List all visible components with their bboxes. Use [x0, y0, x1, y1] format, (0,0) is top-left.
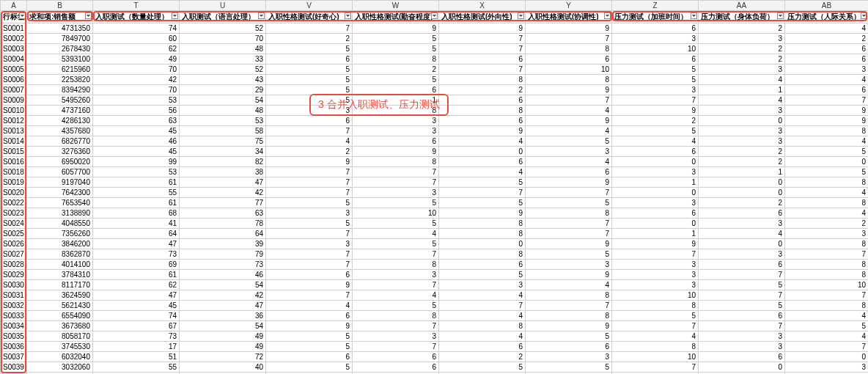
- table-row[interactable]: S0019919704061477759108: [1, 177, 869, 188]
- cell[interactable]: 55: [93, 188, 180, 198]
- cell[interactable]: 8: [353, 260, 439, 270]
- cell[interactable]: 6: [266, 54, 353, 65]
- cell[interactable]: 56: [93, 106, 180, 116]
- cell[interactable]: 0: [612, 219, 699, 229]
- cell[interactable]: 43: [180, 75, 266, 85]
- cell[interactable]: 67: [93, 321, 180, 331]
- cell[interactable]: 7: [439, 44, 526, 54]
- cell[interactable]: 9: [266, 280, 353, 290]
- cell[interactable]: 7: [612, 321, 699, 331]
- cell[interactable]: 69: [93, 260, 180, 270]
- cell[interactable]: 0: [439, 147, 526, 157]
- cell[interactable]: 6: [439, 116, 526, 126]
- cell[interactable]: 3: [526, 260, 612, 270]
- cell[interactable]: 9: [526, 239, 612, 249]
- cell[interactable]: 9: [526, 23, 612, 34]
- cell[interactable]: 82: [180, 157, 266, 167]
- cell[interactable]: 7: [439, 301, 526, 311]
- filter-dropdown-icon[interactable]: [258, 12, 265, 19]
- table-row[interactable]: S0004539310049336866626: [1, 54, 869, 65]
- table-row[interactable]: S0034367368067549789775: [1, 321, 869, 331]
- cell[interactable]: 6: [439, 54, 526, 65]
- cell[interactable]: 9: [785, 116, 869, 126]
- cell[interactable]: S0022: [1, 198, 27, 208]
- cell[interactable]: 74: [93, 311, 180, 321]
- field-header[interactable]: 入职性格测试(勤奋程度): [353, 11, 439, 23]
- cell[interactable]: 5: [266, 44, 353, 54]
- cell[interactable]: 6: [612, 54, 699, 65]
- cell[interactable]: 3032060: [27, 362, 93, 373]
- cell[interactable]: 8: [612, 342, 699, 352]
- cell[interactable]: 8: [785, 177, 869, 188]
- cell[interactable]: 61: [93, 177, 180, 188]
- cell[interactable]: 5: [526, 331, 612, 342]
- cell[interactable]: 8: [439, 219, 526, 229]
- cell[interactable]: 8394290: [27, 85, 93, 95]
- cell[interactable]: 0: [785, 352, 869, 362]
- table-row[interactable]: S00313624590474274481077: [1, 290, 869, 301]
- cell[interactable]: 3: [785, 229, 869, 239]
- cell[interactable]: 6057700: [27, 167, 93, 177]
- cell[interactable]: 6: [526, 342, 612, 352]
- cell[interactable]: 4: [785, 136, 869, 147]
- cell[interactable]: S0012: [1, 116, 27, 126]
- cell[interactable]: 5: [353, 34, 439, 44]
- cell[interactable]: 5: [785, 147, 869, 157]
- cell[interactable]: 1: [699, 167, 785, 177]
- cell[interactable]: 8: [353, 157, 439, 167]
- cell[interactable]: 1: [612, 177, 699, 188]
- cell[interactable]: 5: [266, 198, 353, 208]
- cell[interactable]: 48: [180, 44, 266, 54]
- cell[interactable]: 4: [785, 208, 869, 219]
- cell[interactable]: 5: [266, 362, 353, 373]
- cell[interactable]: 7: [266, 177, 353, 188]
- table-row[interactable]: S0026384620047393509908: [1, 239, 869, 249]
- cell[interactable]: 70: [93, 85, 180, 95]
- cell[interactable]: 7: [266, 290, 353, 301]
- table-row[interactable]: S0029378431061466359378: [1, 270, 869, 280]
- cell[interactable]: 6: [699, 352, 785, 362]
- cell[interactable]: S0003: [1, 44, 27, 54]
- table-row[interactable]: S0024404855041785587032: [1, 219, 869, 229]
- table-row[interactable]: S0012428613063536369209: [1, 116, 869, 126]
- cell[interactable]: 54: [180, 95, 266, 106]
- cell[interactable]: S0030: [1, 280, 27, 290]
- cell[interactable]: 9: [266, 157, 353, 167]
- table-row[interactable]: S0006225382042435588544: [1, 75, 869, 85]
- table-row[interactable]: S0020764230055427377004: [1, 188, 869, 198]
- cell[interactable]: 34: [180, 147, 266, 157]
- cell[interactable]: 7849700: [27, 34, 93, 44]
- filter-dropdown-icon[interactable]: [85, 12, 92, 19]
- cell[interactable]: 3: [699, 106, 785, 116]
- filter-dropdown-icon[interactable]: [172, 12, 178, 19]
- cell[interactable]: S0016: [1, 157, 27, 167]
- cell[interactable]: 6: [353, 136, 439, 147]
- cell[interactable]: 8362870: [27, 249, 93, 260]
- cell[interactable]: 6: [785, 54, 869, 65]
- cell[interactable]: 5: [266, 331, 353, 342]
- cell[interactable]: 3: [699, 65, 785, 75]
- cell[interactable]: 73: [93, 331, 180, 342]
- cell[interactable]: 8: [785, 260, 869, 270]
- filter-dropdown-icon[interactable]: [345, 12, 351, 19]
- cell[interactable]: S0023: [1, 208, 27, 219]
- field-header[interactable]: 行标签: [1, 11, 27, 23]
- cell[interactable]: 9: [353, 147, 439, 157]
- cell[interactable]: 39: [180, 239, 266, 249]
- cell[interactable]: 3: [699, 249, 785, 260]
- cell[interactable]: 0: [785, 157, 869, 167]
- cell[interactable]: S0001: [1, 23, 27, 34]
- cell[interactable]: 5: [353, 198, 439, 208]
- table-row[interactable]: S0039303206055405655703: [1, 362, 869, 373]
- cell[interactable]: 70: [180, 34, 266, 44]
- cell[interactable]: 5: [353, 219, 439, 229]
- cell[interactable]: 7: [699, 321, 785, 331]
- cell[interactable]: 7: [785, 290, 869, 301]
- cell[interactable]: 4: [612, 136, 699, 147]
- cell[interactable]: 61: [93, 198, 180, 208]
- cell[interactable]: 2: [439, 85, 526, 95]
- cell[interactable]: 5: [699, 301, 785, 311]
- cell[interactable]: 3: [785, 362, 869, 373]
- cell[interactable]: 7: [353, 177, 439, 188]
- cell[interactable]: 79: [180, 249, 266, 260]
